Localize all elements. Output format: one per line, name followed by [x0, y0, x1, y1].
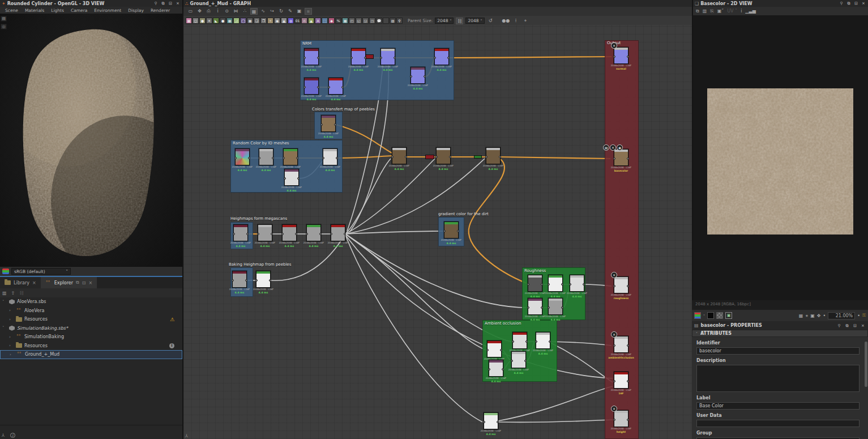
node-out-port[interactable]	[549, 340, 551, 343]
node-in-port[interactable]	[613, 157, 615, 160]
frame-image-icon[interactable]: ▨	[390, 18, 396, 24]
node-out-port[interactable]	[627, 56, 629, 58]
graph-node[interactable]: 2048x2048 - L16F4.4 ms	[232, 271, 247, 288]
close-icon[interactable]: ×	[32, 280, 36, 285]
node-icon[interactable]: ∴	[241, 8, 249, 15]
node-out-port[interactable]	[341, 86, 344, 88]
node-in-port[interactable]	[322, 157, 324, 159]
node-out-port[interactable]	[525, 340, 528, 343]
output-badge-icon[interactable]: ✕	[611, 331, 617, 338]
node-in-port[interactable]	[613, 344, 615, 347]
node-in-port[interactable]	[443, 230, 446, 232]
graph-node[interactable]: 2048x2048 - L16Fnormal✕	[614, 47, 628, 64]
graph-group[interactable]	[300, 40, 454, 100]
wire-style-icon[interactable]: ∿	[259, 8, 267, 15]
node-out-port[interactable]	[502, 368, 504, 370]
graph-node[interactable]: 2048x2048 - L16F4.4 ms	[235, 148, 250, 165]
node-out-port[interactable]	[245, 279, 247, 282]
node-out-port[interactable]	[447, 57, 450, 59]
comment-icon[interactable]: 💬	[376, 18, 382, 24]
frame-node-icon[interactable]: ◰	[349, 18, 355, 24]
node-in-port[interactable]	[350, 57, 353, 59]
graph-node[interactable]: 2048x2048 - L16F4.4 ms	[328, 78, 343, 95]
tree-item-resources[interactable]: ›Resources⚠	[0, 315, 182, 324]
channels-icon[interactable]	[694, 312, 701, 319]
graph-titlebar[interactable]: ∴ Ground_+_Mud - GRAPH	[183, 0, 692, 7]
float-icon[interactable]: ⧉	[76, 280, 79, 285]
dot-node-icon[interactable]	[383, 18, 389, 24]
mannequin-icon[interactable]: ⚹	[805, 313, 808, 318]
pan-icon[interactable]: ✥	[817, 313, 821, 318]
shape-node-icon[interactable]: ◯	[240, 18, 246, 24]
scrollbar[interactable]	[865, 342, 867, 387]
node-in-port[interactable]	[284, 177, 286, 180]
dot-node[interactable]	[474, 155, 482, 159]
node-out-port[interactable]	[271, 233, 273, 235]
node-out-port[interactable]	[541, 283, 543, 285]
graph-node[interactable]: 2048x2048 - L16F4.4 ms	[512, 332, 527, 349]
lock-icon[interactable]: ⚿	[862, 313, 866, 318]
node-in-port[interactable]	[410, 75, 412, 78]
attributes-section-header[interactable]: ˅ ATTRIBUTES	[692, 330, 868, 337]
node-in-port[interactable]	[613, 419, 615, 421]
node-out-port[interactable]	[627, 380, 629, 382]
node-out-port[interactable]	[561, 283, 563, 285]
node-in-port[interactable]	[613, 56, 615, 58]
node-out-port[interactable]	[364, 57, 366, 59]
close-icon[interactable]: ×	[175, 1, 181, 6]
identifier-input[interactable]: basecolor	[696, 347, 860, 355]
graph-node[interactable]: 2048x2048 - L16F4.4 ms	[444, 221, 459, 238]
slope-blur-node-icon[interactable]: ◿	[233, 18, 240, 24]
node-in-port[interactable]	[511, 360, 513, 362]
graph-node[interactable]: 2048x2048 - L16F4.4 ms	[323, 148, 337, 165]
graph-node[interactable]: 2048x2048 - L16F4.4 ms	[256, 271, 271, 288]
output-badge-icon[interactable]: ✕	[611, 406, 617, 412]
graph-node[interactable]: 2048x2048 - L16F4.4 ms	[258, 224, 272, 241]
output-badge-icon[interactable]: ✕	[611, 272, 617, 278]
graph-node[interactable]: 2048x2048 - L16F4.4 ms	[259, 148, 273, 165]
node-in-port[interactable]	[255, 279, 258, 282]
graph-node[interactable]: 2048x2048 - L16F4.4 ms	[380, 48, 395, 65]
text-node-icon[interactable]: A	[315, 18, 321, 24]
node-in-port[interactable]	[527, 306, 529, 309]
float-icon[interactable]: ⧉	[846, 1, 852, 6]
node-in-port[interactable]	[233, 233, 235, 235]
node-in-port[interactable]	[535, 340, 537, 343]
viewport-mini-toolbar[interactable]: ▤ ◎	[1, 16, 7, 29]
graph-node[interactable]: 2048x2048 - L16F16F	[614, 372, 628, 389]
node-out-port[interactable]	[541, 306, 543, 309]
maximize-icon[interactable]: ⊡	[853, 1, 859, 6]
colorspace-select[interactable]: sRGB (default) ˅	[11, 268, 71, 275]
output-badge-icon[interactable]: ◉	[617, 144, 623, 151]
node-in-port[interactable]	[483, 421, 485, 423]
node-in-port[interactable]	[435, 156, 438, 158]
reset-size-icon[interactable]: ↺	[487, 18, 494, 24]
node-out-port[interactable]	[583, 283, 585, 285]
label-input[interactable]: Base Color	[696, 402, 860, 410]
selection-node-icon[interactable]: ⬚	[322, 18, 328, 24]
graph-node[interactable]: 2048x2048 - L16F4.4 ms	[548, 298, 563, 315]
graph-node[interactable]: 2048x2048 - L16F4.4 ms	[434, 48, 449, 65]
menu-scene[interactable]: Scene	[2, 8, 21, 13]
node-in-port[interactable]	[548, 306, 550, 309]
grid-icon[interactable]: ⌗	[305, 8, 312, 15]
2d-view-titlebar[interactable]: ❏ Basecolor - 2D VIEW ⚲ ⧉ ⊡ ×	[693, 0, 868, 7]
grid-node-icon[interactable]: ▦	[342, 18, 348, 24]
node-in-port[interactable]	[257, 233, 259, 235]
expander-icon[interactable]: ›	[9, 343, 14, 348]
output-badge-icon[interactable]: ✕	[611, 42, 617, 49]
focus-icon[interactable]: ▣	[296, 8, 303, 15]
properties-titlebar[interactable]: ▤ basecolor - PROPERTIES ⚲ ⧉ ⊡ ×	[692, 321, 868, 330]
screenshot-icon[interactable]: ⎙	[205, 8, 212, 15]
parent-size-width-select[interactable]: 2048 ˅	[435, 18, 454, 24]
pin-node-icon[interactable]: ◱	[356, 18, 362, 24]
graph-node[interactable]: 2048x2048 - L16F4.4 ms	[570, 275, 584, 292]
graph-node[interactable]: 2048x2048 - L16F4.4 ms	[411, 67, 425, 84]
menu-renderer[interactable]: Renderer	[148, 8, 173, 13]
3d-viewport[interactable]	[0, 14, 182, 266]
link-node-icon[interactable]: ◲	[362, 18, 369, 24]
expander-icon[interactable]: ˅	[2, 326, 7, 330]
parent-size-height-select[interactable]: 2048 ˅	[465, 18, 484, 24]
bitmap-node-icon[interactable]: ▦	[186, 18, 192, 24]
graph-node[interactable]: 2048x2048 - L16F4.4 ms	[306, 224, 321, 241]
